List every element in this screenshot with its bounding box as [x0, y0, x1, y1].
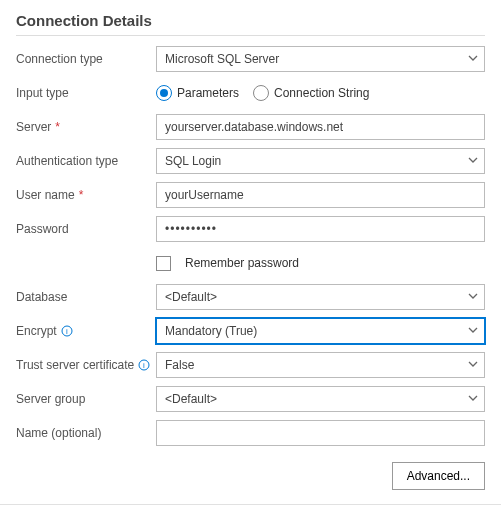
label-database: Database: [16, 290, 156, 304]
radio-connstr-label: Connection String: [274, 86, 369, 100]
radio-dot-icon: [253, 85, 269, 101]
label-server-group: Server group: [16, 392, 156, 406]
encrypt-select[interactable]: Mandatory (True): [156, 318, 485, 344]
required-icon: *: [79, 188, 84, 202]
label-remember-password: Remember password: [185, 256, 299, 270]
radio-parameters[interactable]: Parameters: [156, 85, 239, 101]
name-optional-input[interactable]: [156, 420, 485, 446]
label-auth-type: Authentication type: [16, 154, 156, 168]
page-title: Connection Details: [16, 12, 485, 29]
label-input-type: Input type: [16, 86, 156, 100]
server-group-select[interactable]: <Default>: [156, 386, 485, 412]
auth-type-select[interactable]: SQL Login: [156, 148, 485, 174]
password-input[interactable]: [156, 216, 485, 242]
label-connection-type: Connection type: [16, 52, 156, 66]
info-icon: i: [138, 359, 150, 371]
required-icon: *: [55, 120, 60, 134]
user-name-input[interactable]: [156, 182, 485, 208]
label-password: Password: [16, 222, 156, 236]
svg-text:i: i: [143, 361, 145, 370]
radio-connection-string[interactable]: Connection String: [253, 85, 369, 101]
svg-text:i: i: [66, 327, 68, 336]
radio-dot-icon: [156, 85, 172, 101]
connection-type-select[interactable]: Microsoft SQL Server: [156, 46, 485, 72]
advanced-button[interactable]: Advanced...: [392, 462, 485, 490]
label-encrypt: Encrypt: [16, 324, 57, 338]
label-trust-cert: Trust server certificate: [16, 358, 134, 372]
divider: [16, 35, 485, 36]
label-server: Server: [16, 120, 51, 134]
info-icon: i: [61, 325, 73, 337]
remember-password-checkbox[interactable]: [156, 256, 171, 271]
trust-cert-select[interactable]: False: [156, 352, 485, 378]
label-name-optional: Name (optional): [16, 426, 156, 440]
radio-parameters-label: Parameters: [177, 86, 239, 100]
server-input[interactable]: [156, 114, 485, 140]
label-user-name: User name: [16, 188, 75, 202]
database-select[interactable]: <Default>: [156, 284, 485, 310]
